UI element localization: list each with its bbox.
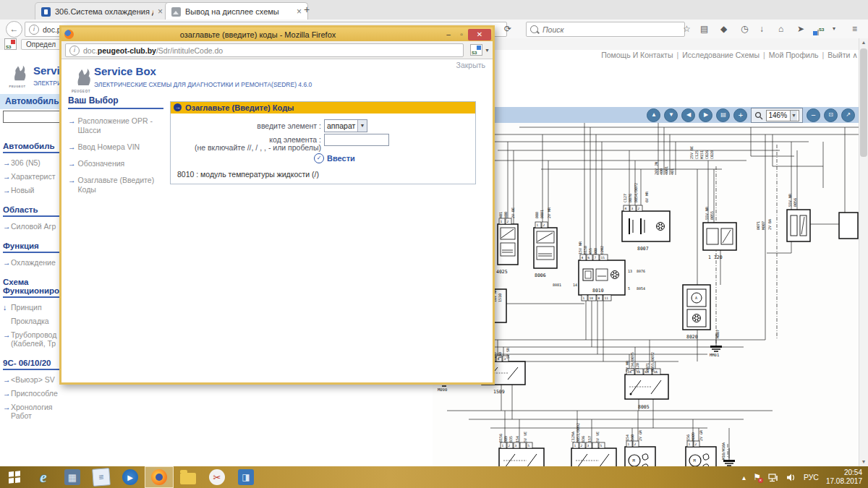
popup-title-bar[interactable]: озаглавьте (введите) коды - Mozilla Fire… [61,27,493,41]
fit-screen-button[interactable]: ⊡ [824,108,838,122]
wire [773,134,823,166]
popup-close-link[interactable]: Закрыть [456,61,485,69]
sidebar-item[interactable]: →Хронология Работ [3,403,75,420]
print-button[interactable]: ▤ [716,108,730,122]
diagram-label: 1234/8075 [630,352,634,372]
schema-favicon [171,7,181,17]
bookmark-star-icon[interactable]: ☆ [683,24,691,34]
diagram-label: 401 [670,168,674,175]
network-icon[interactable] [768,473,779,482]
pan-down-button[interactable]: ▼ [664,108,678,122]
pan-right-button[interactable]: ▶ [699,108,712,122]
sidebar-section-title: 9C- 06/10/20 [3,359,62,370]
open-window-button[interactable]: ↗ [841,108,855,122]
diagram-label: 401 [498,212,503,218]
s3-translator-icon[interactable] [470,44,482,56]
scroll-down-icon[interactable]: ▼ [859,458,868,466]
send-tab-icon[interactable]: ➤ [797,24,804,34]
tab-close-icon[interactable]: × [158,7,163,17]
speaker-icon[interactable] [786,473,796,482]
site-info-icon[interactable]: i [69,46,80,56]
sidebar-item[interactable]: →Приспособле [3,389,75,398]
diagram-label: 809 [503,436,508,442]
zoom-in-button[interactable]: + [733,108,747,122]
language-indicator[interactable]: РУС [804,473,819,481]
url-prefix: doc. [83,46,98,55]
action-center-flag-icon[interactable]: ⚑✕ [753,472,761,482]
start-button[interactable] [0,466,29,488]
browser-tab-cooling[interactable]: 306.Система охлаждения д × [35,2,169,20]
vertical-scrollbar[interactable]: ▲ ▼ [859,38,868,466]
extension-dropdown-icon[interactable]: ▾ [833,24,835,34]
zoom-out-button[interactable]: − [807,108,820,122]
diagram-label: 400 [659,168,663,175]
search-input[interactable] [541,25,667,35]
submit-button[interactable]: ✓ Ввести [314,153,355,163]
reload-icon[interactable]: ⟳ [504,24,511,34]
popup-sidebar-item[interactable]: →Ввод Номера VIN [68,142,163,152]
pan-up-button[interactable]: ▲ [647,108,660,122]
scroll-up-icon[interactable]: ▲ [859,38,868,47]
taskbar-firefox-active[interactable] [145,466,174,488]
zoom-level-select[interactable]: 146% ▼ [766,110,799,121]
element-code-input[interactable] [324,134,389,146]
element-type-select[interactable]: аппарат ▼ [324,119,367,132]
tab-close-icon[interactable]: × [297,7,302,17]
clock[interactable]: 20:54 17.08.2017 [826,468,862,486]
taskbar-explorer[interactable] [174,466,203,488]
close-button[interactable]: ✕ [468,29,491,40]
url-path: /Sdr/intituleCode.do [156,46,223,55]
diagram-label: 2V BE [511,207,515,218]
sidebar-search-input[interactable] [3,111,65,123]
taskbar-media-player[interactable]: ▶ [116,466,145,488]
top-link[interactable]: Выйти [827,51,850,59]
taskbar-notepad[interactable]: ≡ [87,466,116,488]
sidebar-section-title: Схема Функционирован [3,278,62,298]
scrollbar-thumb[interactable] [860,48,867,157]
menu-hamburger-icon[interactable]: ≡ [852,24,857,34]
top-link[interactable]: Исследование Схемы [682,51,760,59]
s3-bookmark-icon[interactable] [4,38,17,50]
history-icon[interactable]: ◷ [741,24,748,34]
s3-translator-icon[interactable] [817,30,819,35]
hidden-icons-arrow[interactable]: ▴ [742,474,746,481]
popup-url-bar[interactable]: i doc.peugeot-club.by/Sdr/intituleCode.d… [65,43,464,57]
peugeot-favicon [41,7,51,17]
collapse-arrow-icon[interactable]: ∧ [850,51,858,59]
taskbar-remote-desktop[interactable]: ◨ [231,466,260,488]
home-icon[interactable]: ⌂ [778,24,783,34]
pan-left-button[interactable]: ◀ [681,108,695,122]
popup-sidebar-item[interactable]: →Озаглавьте (Введите) Коды [68,176,163,194]
popup-subtitle: ЭЛЕКТРИЧЕСКИЕ СХЕМЫ ДЛЯ ДИАГНОСТИКИ И РЕ… [94,81,312,88]
taskbar-calculator[interactable]: ▦ [58,466,87,488]
back-button[interactable]: ← [6,21,22,38]
peugeot-wordmark: PEUGEOT [4,85,30,88]
browser-tab-schema-view[interactable]: Вывод на дисплее схемы × [165,2,308,20]
bookmarks-menu-icon[interactable]: ▤ [700,24,708,34]
popup-sidebar-item[interactable]: →Обозначения [68,159,163,168]
ie-icon: e [35,469,51,485]
taskbar-snipping-tool[interactable]: ✂ [203,466,231,488]
site-info-icon[interactable]: i [29,25,39,35]
diagram-label: 1 [628,442,630,446]
search-bar[interactable] [526,22,685,37]
minimize-button[interactable]: – [442,30,455,38]
top-link[interactable]: Помощь И Контакты [601,51,673,59]
new-tab-button[interactable]: + [304,4,310,15]
diagram-label: 2 [543,223,545,227]
popup-sidebar-item[interactable]: →Расположение OPR - Шасси [68,116,163,135]
maximize-button[interactable]: ▫ [455,30,468,38]
chevron-down-icon[interactable]: ▼ [485,48,490,53]
magnifier-icon [754,111,763,120]
diagram-label: 156 [686,435,690,441]
scissors-icon: ✂ [209,469,225,485]
downloads-icon[interactable]: ↓ [760,24,764,34]
diagram-label: 5V VE [523,432,527,442]
firefox-icon [151,469,167,485]
bookmark-button[interactable]: Определ [21,39,61,50]
diagram-component [534,228,557,268]
taskbar-ie[interactable]: e [29,466,58,488]
top-link[interactable]: Мой Профиль [769,51,819,59]
diagram-label: 4025 [496,269,508,275]
pocket-icon[interactable]: ◆ [720,24,727,34]
